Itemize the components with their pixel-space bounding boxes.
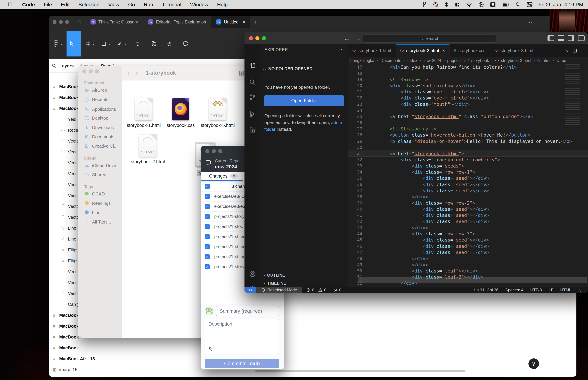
forward-icon[interactable]: ›: [136, 69, 138, 77]
menu-item-run[interactable]: Run: [139, 2, 158, 7]
restricted-mode-badge[interactable]: Restricted Mode: [256, 287, 302, 293]
layer-item[interactable]: ○Ellips: [60, 255, 78, 266]
layer-item[interactable]: #MacBook: [51, 342, 79, 353]
sidebar-item-downloads[interactable]: ⬇Downloads: [84, 125, 114, 130]
checkbox-checked[interactable]: ✓: [205, 264, 210, 269]
layer-item[interactable]: TCan y: [60, 299, 79, 310]
layer-item[interactable]: #MacBook: [51, 321, 79, 332]
command-center-search[interactable]: Search: [363, 34, 496, 42]
battery-icon[interactable]: [502, 2, 510, 7]
finder-window-controls[interactable]: [82, 69, 99, 74]
checkbox-checked[interactable]: ✓: [205, 194, 210, 199]
checkbox-checked[interactable]: ✓: [205, 214, 210, 219]
breadcrumb-item[interactable]: Index: [407, 58, 417, 63]
text-tool-icon[interactable]: [131, 31, 145, 57]
toggle-secondary-sidebar-icon[interactable]: [568, 35, 574, 41]
sidebar-item-blue[interactable]: blue: [84, 210, 100, 215]
editor-tab-storybook-1-html[interactable]: <>storybook-1.html: [348, 44, 396, 57]
close-icon[interactable]: ×: [243, 19, 245, 25]
menu-item-code[interactable]: Code: [18, 2, 39, 7]
file-storybook-1-html[interactable]: · ··"HTML"storybook-1.html: [131, 98, 156, 128]
toggle-sidebar-icon[interactable]: [548, 35, 554, 41]
layer-item[interactable]: #MacBook: [51, 332, 79, 342]
menu-item-go[interactable]: Go: [124, 2, 139, 7]
editor-tab-storybook-3-html[interactable]: <>storybook-3.html: [490, 44, 538, 57]
apple-menu-icon[interactable]: : [8, 1, 12, 8]
breadcrumb-item[interactable]: bo: [562, 58, 566, 63]
layer-item[interactable]: ⌒Vecto: [60, 157, 79, 168]
breadcrumb[interactable]: hongkalingka›Documents›Index›imw-2024›pr…: [348, 57, 588, 64]
checkbox-checked[interactable]: ✓: [205, 254, 210, 259]
layer-item[interactable]: ⌒Vecto: [60, 277, 79, 288]
layer-item[interactable]: ⌒Vecto: [60, 212, 79, 223]
wifi-icon[interactable]: [466, 2, 473, 7]
layer-item[interactable]: TYes!: [60, 114, 76, 125]
commit-button[interactable]: Commit tomain: [205, 359, 279, 368]
layer-item[interactable]: ▭Recta: [60, 125, 79, 135]
layer-item[interactable]: ○Ellips: [60, 245, 78, 255]
checkbox-checked[interactable]: ✓: [205, 184, 210, 189]
layer-item[interactable]: #MacBook Air - 13: [51, 353, 95, 364]
layer-item[interactable]: #MacBook: [51, 103, 79, 114]
sidebar-item-ocad[interactable]: OCAD: [84, 191, 105, 197]
breadcrumb-item[interactable]: hongkalingka: [350, 58, 374, 63]
branch-icon[interactable]: [422, 2, 427, 7]
tab-layers[interactable]: Layers: [59, 63, 74, 69]
bluetooth-icon[interactable]: [445, 2, 449, 7]
bell-icon[interactable]: [578, 288, 582, 292]
home-icon[interactable]: ⌂: [74, 16, 85, 28]
file-storybook-5-html[interactable]: · ··"HTML"storybook-5.html: [205, 98, 230, 128]
status-item-utf-8[interactable]: UTF-8: [530, 288, 542, 292]
sidebar-item-recents[interactable]: ◷Recents: [84, 97, 108, 102]
add-coauthor-icon[interactable]: [208, 346, 213, 352]
menu-item-file[interactable]: File: [39, 2, 56, 7]
status-item-spaces-4[interactable]: Spaces: 4: [505, 288, 524, 292]
tab-changes[interactable]: Changes 8: [209, 173, 238, 179]
help-button[interactable]: ?: [529, 358, 539, 369]
spotlight-icon[interactable]: [515, 2, 521, 7]
breadcrumb-item[interactable]: imw-2024: [423, 58, 441, 63]
status-item-lf[interactable]: LF: [549, 288, 553, 292]
views-more-icon[interactable]: ⋯: [339, 47, 344, 52]
layer-item[interactable]: ⌒Vecto: [60, 147, 79, 157]
figma-menu-icon[interactable]: ⌄: [51, 31, 65, 57]
code-editor[interactable]: 17 <h1>Can you help Rainbow find its col…: [348, 64, 588, 287]
toggle-panel-icon[interactable]: [558, 35, 564, 41]
outline-section[interactable]: ›OUTLINE: [260, 271, 348, 279]
breadcrumb-item[interactable]: storybook-2.html: [501, 58, 531, 63]
layer-item[interactable]: ⌒Vecto: [60, 179, 79, 190]
new-tab-button[interactable]: +: [254, 19, 257, 25]
remote-indicator[interactable]: ><: [245, 287, 256, 293]
breadcrumb-item[interactable]: 1-storybook: [468, 58, 489, 63]
sidebar-item-all-tags-[interactable]: ◌All Tags...: [84, 219, 111, 225]
explorer-icon[interactable]: [245, 58, 260, 72]
timeline-section[interactable]: ›TIMELINE: [260, 279, 348, 287]
problems-indicator[interactable]: 0 0: [306, 288, 326, 292]
comment-tool-icon[interactable]: [178, 31, 193, 57]
account-icon[interactable]: [245, 267, 260, 281]
resources-tool-icon[interactable]: [147, 31, 161, 57]
close-icon[interactable]: ×: [442, 48, 445, 53]
sidebar-item-desktop[interactable]: 🖵Desktop: [84, 115, 108, 121]
menu-item-terminal[interactable]: Terminal: [158, 2, 186, 7]
search-view-icon[interactable]: [245, 75, 260, 89]
layer-item[interactable]: ⌒Vecto: [60, 190, 79, 201]
sidebar-item-documents[interactable]: 🗎Documents: [84, 134, 114, 139]
layer-item[interactable]: ▣image 15: [51, 364, 77, 375]
figma-window-controls[interactable]: [53, 20, 69, 24]
file-storybook-css[interactable]: storybook.css: [168, 98, 193, 128]
control-center-icon[interactable]: [527, 2, 533, 7]
breadcrumb-item[interactable]: html: [543, 58, 550, 63]
menu-item-view[interactable]: View: [104, 2, 124, 7]
sidebar-item-creative-cl-[interactable]: 🗎Creative Cl...: [84, 144, 117, 149]
meet-icon[interactable]: [433, 2, 439, 7]
ime-icon[interactable]: [490, 1, 496, 8]
pen-tool-icon[interactable]: ⌄: [114, 31, 129, 57]
layer-item[interactable]: ⌒Vecto: [60, 168, 79, 179]
status-item-html[interactable]: HTML: [560, 288, 571, 292]
search-icon[interactable]: [52, 63, 57, 68]
ports-indicator[interactable]: 0: [333, 288, 341, 292]
breadcrumb-item[interactable]: projects: [447, 58, 462, 63]
layer-item[interactable]: ⌒Vecto: [60, 288, 79, 299]
shape-tool-icon[interactable]: ⌄: [98, 31, 113, 57]
